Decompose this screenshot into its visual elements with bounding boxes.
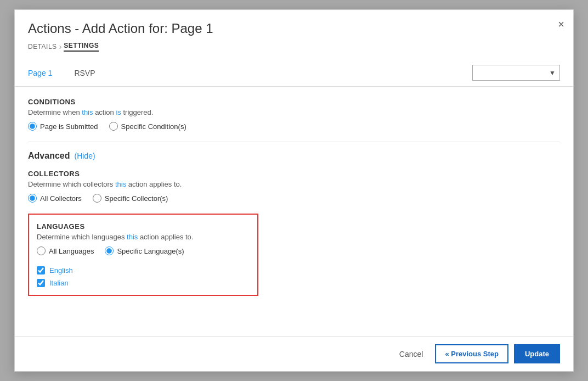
radio-all-collectors-label[interactable]: All Collectors xyxy=(28,194,82,203)
divider-1 xyxy=(28,142,560,142)
collectors-title: COLLECTORS xyxy=(28,170,560,178)
radio-specific-collector-text: Specific Collector(s) xyxy=(105,194,168,203)
radio-page-submitted-text: Page is Submitted xyxy=(40,122,98,131)
languages-title: LANGUAGES xyxy=(37,222,250,231)
update-button[interactable]: Update xyxy=(514,344,560,363)
collectors-radio-group: All Collectors Specific Collector(s) xyxy=(28,194,560,203)
radio-specific-collector-label[interactable]: Specific Collector(s) xyxy=(93,194,168,203)
subheader-rsvp: RSVP xyxy=(74,69,95,77)
radio-page-submitted-label[interactable]: Page is Submitted xyxy=(28,122,98,131)
languages-section: LANGUAGES Determine which languages this… xyxy=(28,214,258,296)
radio-all-languages-text: All Languages xyxy=(49,247,94,255)
radio-specific-languages-label[interactable]: Specific Language(s) xyxy=(105,246,184,255)
radio-specific-collector[interactable] xyxy=(93,194,101,203)
cancel-button[interactable]: Cancel xyxy=(393,345,430,363)
modal-title: Actions - Add Action for: Page 1 xyxy=(28,21,560,36)
modal-container: Actions - Add Action for: Page 1 DETAILS… xyxy=(14,9,574,372)
collectors-section: COLLECTORS Determine which collectors th… xyxy=(28,170,560,203)
breadcrumb-details[interactable]: DETAILS xyxy=(28,43,57,51)
modal-footer: Cancel « Previous Step Update xyxy=(15,336,573,371)
breadcrumb-settings[interactable]: SETTINGS xyxy=(64,42,99,52)
languages-radio-group: All Languages Specific Language(s) xyxy=(37,246,250,255)
close-button[interactable]: × xyxy=(558,19,564,30)
modal-backdrop: Actions - Add Action for: Page 1 DETAILS… xyxy=(0,0,588,381)
subheader-select[interactable] xyxy=(472,65,560,81)
previous-step-button[interactable]: « Previous Step xyxy=(435,344,508,363)
radio-all-languages[interactable] xyxy=(37,246,46,255)
radio-specific-languages-text: Specific Language(s) xyxy=(117,247,184,255)
checkbox-english-text: English xyxy=(49,266,73,274)
radio-all-collectors[interactable] xyxy=(28,194,37,203)
checkbox-english[interactable] xyxy=(37,266,45,274)
radio-all-languages-label[interactable]: All Languages xyxy=(37,246,94,255)
modal-subheader: Page 1 RSVP ▼ xyxy=(15,59,573,87)
conditions-section: CONDITIONS Determine when this action is… xyxy=(28,98,560,131)
checkbox-italian[interactable] xyxy=(37,279,45,287)
conditions-title: CONDITIONS xyxy=(28,98,560,106)
radio-specific-condition-label[interactable]: Specific Condition(s) xyxy=(109,122,186,131)
languages-checkbox-group: English Italian xyxy=(37,266,250,287)
breadcrumb-separator: › xyxy=(59,42,62,51)
advanced-hide-link[interactable]: (Hide) xyxy=(74,152,95,160)
conditions-description: Determine when this action is triggered. xyxy=(28,108,560,116)
subheader-page: Page 1 xyxy=(28,69,52,77)
checkbox-english-label[interactable]: English xyxy=(37,266,250,274)
radio-all-collectors-text: All Collectors xyxy=(40,194,82,203)
breadcrumb: DETAILS › SETTINGS xyxy=(28,42,560,52)
languages-description: Determine which languages this action ap… xyxy=(37,233,250,241)
advanced-title: Advanced xyxy=(28,151,70,161)
radio-specific-condition[interactable] xyxy=(109,122,118,131)
modal-header: Actions - Add Action for: Page 1 DETAILS… xyxy=(15,10,573,59)
advanced-header: Advanced (Hide) xyxy=(28,151,560,161)
checkbox-italian-text: Italian xyxy=(49,279,69,287)
radio-specific-condition-text: Specific Condition(s) xyxy=(121,122,186,131)
subheader-select-wrapper: ▼ xyxy=(472,65,560,81)
checkbox-italian-label[interactable]: Italian xyxy=(37,279,250,287)
conditions-radio-group: Page is Submitted Specific Condition(s) xyxy=(28,122,560,131)
radio-specific-languages[interactable] xyxy=(105,246,114,255)
radio-page-submitted[interactable] xyxy=(28,122,37,131)
modal-body: CONDITIONS Determine when this action is… xyxy=(15,87,573,336)
collectors-description: Determine which collectors this action a… xyxy=(28,180,560,188)
